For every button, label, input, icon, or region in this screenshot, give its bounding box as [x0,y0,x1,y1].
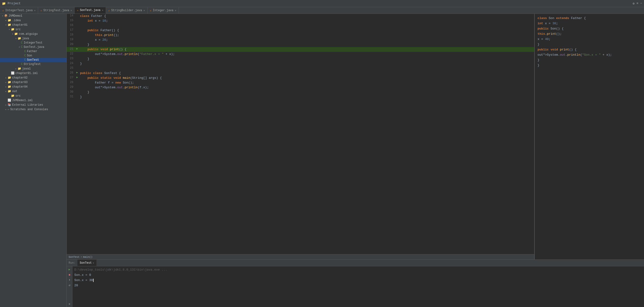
tab-label: IntegerTest.java [5,9,33,12]
line-content [79,66,534,71]
run-tab-label: SonTest [80,261,92,265]
run-gutter-arrow[interactable]: ▶ [76,47,78,50]
tree-icon: 📁 [8,89,11,93]
left-code-panel: 14class Father {15 int x = 10;16 17 publ… [67,14,534,259]
line-number: 25 [67,66,75,70]
tab-integertest[interactable]: ☕IntegerTest.java✕ [0,7,38,13]
tab-close[interactable]: ✕ [34,9,36,12]
sidebar-item-jvmdemo1-iml[interactable]: ⬜ JVMDemo1.iml [0,98,66,103]
bottom-content: ▶ ◼ ⬇ ↺ ✕ D:\develop_tools\jdk\jdk1.8.0_… [67,266,644,307]
sidebar-item-java[interactable]: ▾ 📁 java [0,36,66,41]
breadcrumb-sontest: SonTest [68,256,80,259]
run-tab-close[interactable]: ✕ [93,262,94,264]
code-line-25: 25 [67,66,534,71]
sidebar-item-external-libraries[interactable]: ▸ 📚 External Libraries [0,103,66,107]
sidebar-item-chapter04[interactable]: ▸ 📁 chapter04 [0,84,66,89]
tree-icon: C [24,50,26,53]
bottom-tabs: Run: SonTest ✕ [67,260,644,266]
sidebar-item-src[interactable]: 📁 src [0,93,66,98]
tree-icon: 📁 [8,76,11,79]
code-line-31: 31} [67,95,534,99]
tab-icon: ☕ [150,9,152,12]
editor-container: 14class Father {15 int x = 10;16 17 publ… [67,14,644,307]
tab-stringbuilder[interactable]: ☕StringBuilder.java✕ [106,7,148,13]
sidebar-item-chapter03[interactable]: ▸ 📁 chapter03 [0,80,66,84]
tab-stringtest[interactable]: ☕StringTest.java✕ [38,7,74,13]
tree-icon: C [24,58,26,62]
sidebar-item-com-atguigu[interactable]: ▾ 📁 com.atguigu [0,32,66,36]
code-line-30: 30 } [67,90,534,95]
line-number: 26 [67,71,75,74]
run-gutter-arrow[interactable]: ▶ [76,71,78,74]
sidebar-item-integertest[interactable]: C IntegerTest [0,41,66,45]
tab-close[interactable]: ✕ [70,9,72,12]
tree-arrow: ▸ [4,19,8,22]
tab-label: Integer.java [153,9,174,12]
tab-close[interactable]: ✕ [175,9,176,12]
tree-label: chapter03 [12,81,28,84]
code-line-29: 29 out">System.out.println(f.x); [67,85,534,90]
tab-close[interactable]: ✕ [102,9,103,12]
code-line-15: 15 int x = 10; [67,18,534,23]
tab-icon: ☕ [2,9,4,12]
sidebar-item-father[interactable]: C Father [0,49,66,53]
tree-label: Son [27,54,32,57]
run-tab-sontest[interactable]: SonTest ✕ [78,260,96,266]
gear-icon[interactable]: ≡ [636,2,638,5]
sidebar-item-sontest-java[interactable]: ▾ C SonTest.java [0,45,66,49]
sidebar-item-sontest[interactable]: C SonTest [0,58,66,62]
sidebar-item-son[interactable]: C Son [0,53,66,58]
tab-sontest[interactable]: ☕SonTest.java✕ [74,7,106,13]
right-code-line: public void print() { [538,47,641,52]
minimize-icon[interactable]: − [640,2,642,5]
left-code-editor[interactable]: 14class Father {15 int x = 10;16 17 publ… [67,14,534,254]
rerun-btn[interactable]: ↺ [68,283,72,287]
title-controls: ⚙ ≡ − [633,2,642,5]
settings-icon[interactable]: ⚙ [633,2,635,5]
output-line: D:\develop_tools\jdk\jdk1.8.0_131\bin\ja… [74,267,642,273]
sidebar-item-chapter02[interactable]: ▸ 📁 chapter02 [0,75,66,80]
tree-icon: ⬜ [11,71,14,75]
stop-btn[interactable]: ◼ [68,273,72,277]
tab-close[interactable]: ✕ [144,9,145,12]
sidebar-item--idea[interactable]: ▸ 📁 .idea [0,18,66,23]
close-bottom-btn[interactable]: ✕ [68,302,72,306]
right-code-line: out">System.out.println("Son.x = " + x); [538,52,641,58]
line-number: 16 [67,23,75,27]
sidebar-item-stringtest[interactable]: C StringTest [0,62,66,66]
tree-label: src [16,28,21,31]
scroll-down-btn[interactable]: ⬇ [68,278,72,282]
tab-integer[interactable]: ☕Integer.java✕ [148,7,179,13]
tab-icon: ☕ [77,9,78,12]
tree-icon: 📁 [18,67,21,70]
sidebar-item-jvmdemo1[interactable]: ▾ 📦 JVMDemo1 [0,14,66,18]
code-line-16: 16 [67,23,534,28]
line-content: } [79,90,534,95]
tab-icon: ☕ [108,9,110,12]
sidebar-item-src[interactable]: ▾ 📁 src [0,27,66,32]
line-gutter: ▶ [75,71,79,74]
line-number: 20 [67,42,75,46]
tree-label: java [22,37,29,40]
breadcrumb-sep1: > [80,256,82,259]
run-label: Run: [67,261,78,265]
right-code-line: class Son extends Father { [538,16,641,21]
tree-label: out [12,90,18,93]
sidebar-item-java1[interactable]: ▸ 📁 java1 [0,66,66,71]
line-number: 14 [67,14,75,17]
title-bar: 📁 Project ⚙ ≡ − [0,0,644,7]
sidebar-item-chapter01-iml[interactable]: ⬜ chapter01.iml [0,71,66,75]
tree-icon: 📁 [8,18,11,22]
code-line-27: 27▶ public static void main(String[] arg… [67,76,534,80]
line-content: } [79,61,534,66]
run-btn[interactable]: ▶ [68,267,72,272]
line-content: public static void main(String[] args) { [79,76,534,80]
sidebar: ▾ 📦 JVMDemo1 ▸ 📁 .idea ▾ 📁 chapter01 ▾ 📁… [0,14,67,307]
tree-label: chapter01.iml [16,72,38,75]
tree-arrow: ▾ [14,37,18,40]
sidebar-item-scratches-and-consoles[interactable]: ▸ ✏ Scratches and Consoles [0,107,66,112]
sidebar-item-chapter01[interactable]: ▾ 📁 chapter01 [0,23,66,27]
sidebar-item-out[interactable]: ▸ 📁 out [0,89,66,93]
run-gutter-arrow[interactable]: ▶ [76,76,78,79]
line-number: 24 [67,61,75,65]
